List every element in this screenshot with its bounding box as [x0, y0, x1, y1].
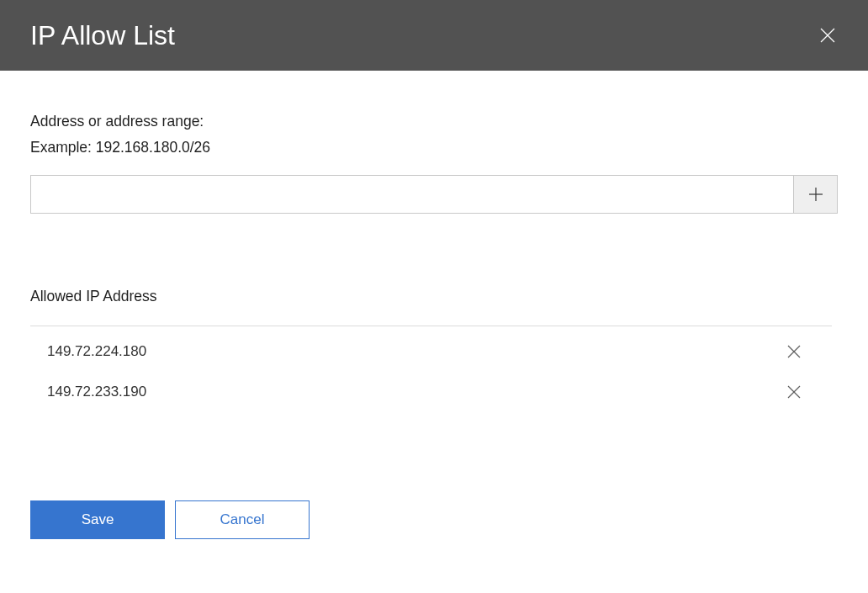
- ip-value: 149.72.224.180: [47, 343, 146, 360]
- dialog-header: IP Allow List: [0, 0, 868, 71]
- close-icon: [819, 27, 836, 44]
- address-label: Address or address range:: [30, 113, 838, 130]
- list-item: 149.72.233.190: [30, 372, 832, 412]
- ip-value: 149.72.233.190: [47, 384, 146, 400]
- address-example: Example: 192.168.180.0/26: [30, 139, 838, 156]
- dialog-title: IP Allow List: [30, 20, 175, 51]
- list-item: 149.72.224.180: [30, 331, 832, 372]
- allowed-ip-list: 149.72.224.180 149.72.233.190: [30, 331, 832, 412]
- address-input[interactable]: [31, 176, 793, 213]
- dialog-body: Address or address range: Example: 192.1…: [0, 71, 868, 539]
- plus-icon: [808, 187, 823, 202]
- address-input-row: [30, 175, 838, 214]
- close-icon: [786, 344, 802, 359]
- cancel-button[interactable]: Cancel: [175, 500, 310, 539]
- remove-button[interactable]: [786, 343, 802, 360]
- list-divider: [30, 326, 832, 326]
- allowed-ip-title: Allowed IP Address: [30, 288, 838, 305]
- add-button[interactable]: [793, 176, 837, 213]
- close-icon: [786, 384, 802, 400]
- close-button[interactable]: [818, 25, 838, 45]
- save-button[interactable]: Save: [30, 500, 165, 539]
- remove-button[interactable]: [786, 384, 802, 400]
- dialog-footer: Save Cancel: [30, 500, 838, 539]
